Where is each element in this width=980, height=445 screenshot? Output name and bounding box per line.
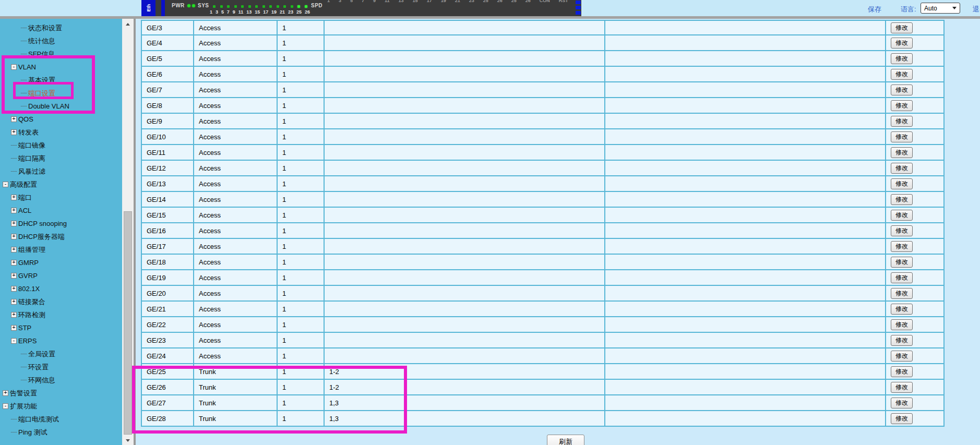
modify-button[interactable]: 修改 — [891, 351, 913, 362]
expand-icon[interactable]: + — [11, 286, 17, 292]
tree-connector-line — [11, 171, 17, 172]
sidebar-item-dhcp-snooping[interactable]: +DHCP snooping — [0, 217, 122, 230]
sidebar-item-loop-detection[interactable]: +环路检测 — [0, 308, 122, 321]
expand-icon[interactable]: + — [11, 195, 17, 200]
modify-button[interactable]: 修改 — [891, 382, 913, 393]
sidebar-item-port-mirroring[interactable]: 端口镜像 — [0, 139, 122, 152]
language-select[interactable]: Auto — [921, 3, 960, 14]
sidebar-item-dhcp-server[interactable]: +DHCP服务器端 — [0, 230, 122, 243]
sidebar-item-storm-filtering[interactable]: 风暴过滤 — [0, 165, 122, 178]
port-cell: GE/23 — [141, 333, 194, 348]
sidebar-item-multicast-management[interactable]: +组播管理 — [0, 243, 122, 256]
sidebar-item-gmrp[interactable]: +GMRP — [0, 256, 122, 269]
sidebar-item-erps[interactable]: -ERPS — [0, 334, 122, 347]
sidebar-item-label: 802.1X — [18, 285, 40, 293]
modify-button[interactable]: 修改 — [891, 53, 913, 64]
sidebar-item-link-aggregation[interactable]: +链接聚合 — [0, 295, 122, 308]
sidebar-item-ring-settings[interactable]: 环设置 — [0, 360, 122, 374]
modify-button[interactable]: 修改 — [891, 257, 913, 268]
expand-icon[interactable]: + — [11, 247, 17, 252]
modify-button[interactable]: 修改 — [891, 366, 913, 377]
logout-link[interactable]: 退出 — [973, 5, 980, 14]
sidebar-item-qos[interactable]: +QOS — [0, 113, 122, 126]
expand-icon[interactable]: + — [11, 116, 17, 122]
modify-button[interactable]: 修改 — [891, 131, 913, 142]
sidebar-item-forwarding-table[interactable]: +转发表 — [0, 126, 122, 139]
sidebar-item-global-settings[interactable]: 全局设置 — [0, 347, 122, 360]
sidebar-item-port-settings[interactable]: 端口设置 — [0, 87, 122, 100]
collapse-icon[interactable]: - — [3, 403, 8, 409]
trunk-vlans-cell — [325, 82, 605, 98]
collapse-icon[interactable]: - — [3, 182, 8, 187]
modify-button[interactable]: 修改 — [891, 272, 913, 283]
expand-icon[interactable]: + — [11, 299, 17, 305]
sidebar-item-alarm-settings[interactable]: +告警设置 — [0, 387, 122, 400]
sidebar-item-status-settings[interactable]: 状态和设置 — [0, 21, 122, 34]
refresh-button[interactable]: 刷新 — [547, 435, 584, 445]
sidebar-item-ping-test[interactable]: Ping 测试 — [0, 426, 122, 439]
sidebar-item-ring-network-info[interactable]: 环网信息 — [0, 374, 122, 387]
modify-button[interactable]: 修改 — [891, 319, 913, 330]
tree-connector-line — [21, 93, 27, 93]
sidebar-item-gvrp[interactable]: +GVRP — [0, 269, 122, 282]
sidebar-item-extended-functions[interactable]: -扩展功能 — [0, 400, 122, 413]
expand-icon[interactable]: + — [3, 390, 8, 396]
sidebar-item-port-cable-test[interactable]: 端口电缆测试 — [0, 413, 122, 426]
sidebar-item-statistics-info[interactable]: 统计信息 — [0, 34, 122, 47]
modify-button[interactable]: 修改 — [891, 335, 913, 346]
modify-button[interactable]: 修改 — [891, 22, 913, 33]
modify-button[interactable]: 修改 — [891, 304, 913, 315]
expand-icon[interactable]: + — [11, 129, 17, 135]
expand-icon[interactable]: + — [11, 221, 17, 226]
sidebar-item-label: DHCP服务器端 — [18, 232, 65, 242]
port-led-icon — [283, 5, 286, 8]
mode-cell: Access — [194, 114, 278, 129]
expand-icon[interactable]: + — [11, 312, 17, 318]
sidebar-item-double-vlan[interactable]: Double VLAN — [0, 100, 122, 113]
sidebar-scrollbar[interactable] — [122, 19, 134, 445]
modify-button[interactable]: 修改 — [891, 38, 913, 49]
collapse-icon[interactable]: - — [11, 338, 17, 344]
modify-button[interactable]: 修改 — [891, 147, 913, 158]
sidebar-item-dot1x[interactable]: +802.1X — [0, 282, 122, 295]
pvid-cell: 1 — [278, 35, 325, 51]
sidebar-item-stp[interactable]: +STP — [0, 321, 122, 334]
modify-button[interactable]: 修改 — [891, 85, 913, 95]
modify-button[interactable]: 修改 — [891, 69, 913, 80]
sidebar-item-vlan[interactable]: -VLAN — [0, 61, 122, 74]
modify-button[interactable]: 修改 — [891, 178, 913, 189]
collapse-icon[interactable]: - — [11, 64, 17, 70]
save-link[interactable]: 保存 — [868, 5, 881, 14]
modify-button[interactable]: 修改 — [891, 194, 913, 205]
expand-icon[interactable]: + — [11, 325, 17, 331]
modify-button[interactable]: 修改 — [891, 163, 913, 174]
sidebar-item-basic-settings[interactable]: 基本设置 — [0, 74, 122, 87]
port-number: 23 — [469, 0, 474, 3]
expand-icon[interactable]: + — [11, 260, 17, 266]
sidebar-item-advanced-config[interactable]: -高级配置 — [0, 178, 122, 191]
sidebar-item-sfp-info[interactable]: SFP信息 — [0, 47, 122, 61]
modify-button[interactable]: 修改 — [891, 225, 913, 236]
expand-icon[interactable]: + — [11, 234, 17, 239]
sidebar-item-label: Double VLAN — [28, 102, 69, 110]
modify-button[interactable]: 修改 — [891, 288, 913, 299]
scrollbar-thumb[interactable] — [124, 211, 132, 435]
sidebar-item-label: 转发表 — [18, 128, 39, 137]
sidebar-item-port[interactable]: +端口 — [0, 191, 122, 204]
scroll-up-button[interactable] — [122, 20, 134, 29]
expand-icon[interactable]: + — [11, 208, 17, 213]
sidebar-item-acl[interactable]: +ACL — [0, 204, 122, 217]
modify-button[interactable]: 修改 — [891, 413, 913, 424]
trunk-vlans-cell — [325, 348, 605, 364]
port-number: 13 — [399, 0, 404, 3]
modify-button[interactable]: 修改 — [891, 210, 913, 221]
scroll-down-button[interactable] — [122, 436, 134, 445]
modify-button[interactable]: 修改 — [891, 116, 913, 127]
expand-icon[interactable]: + — [11, 273, 17, 279]
modify-button[interactable]: 修改 — [891, 398, 913, 408]
table-row: GE/7Access1修改 — [141, 82, 945, 98]
modify-button[interactable]: 修改 — [891, 100, 913, 111]
modify-button[interactable]: 修改 — [891, 241, 913, 252]
port-number: 1 — [210, 9, 212, 15]
sidebar-item-port-isolation[interactable]: 端口隔离 — [0, 152, 122, 165]
